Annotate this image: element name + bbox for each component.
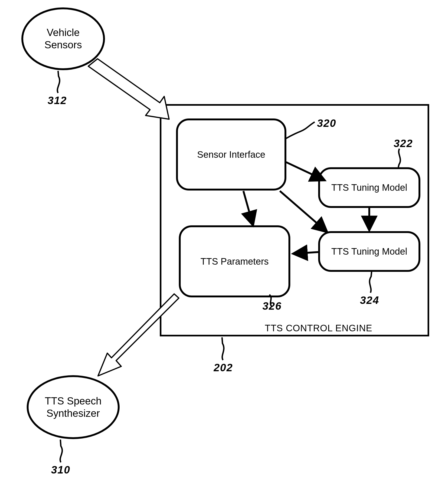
ref-320: 320	[317, 117, 336, 129]
leader-312	[57, 71, 60, 93]
arrow-vehicle-to-engine	[88, 59, 169, 119]
ref-326: 326	[263, 300, 282, 312]
node-tts-synth: TTS SpeechSynthesizer	[27, 375, 120, 439]
ref-322: 322	[394, 137, 413, 150]
node-sensor-interface: Sensor Interface	[176, 119, 286, 191]
ref-310: 310	[51, 464, 70, 476]
diagram-canvas: VehicleSensors TTS CONTROL ENGINE Sensor…	[0, 0, 448, 483]
leader-310	[60, 440, 62, 462]
ref-202: 202	[214, 361, 233, 374]
node-tts-parameters: TTS Parameters	[179, 225, 290, 297]
ref-312: 312	[48, 94, 67, 107]
node-tuning-model-b: TTS Tuning Model	[318, 231, 420, 272]
node-tuning-model-a: TTS Tuning Model	[318, 167, 420, 208]
tts-control-engine-title: TTS CONTROL ENGINE	[265, 323, 372, 333]
leader-202	[222, 337, 224, 360]
node-sensor-interface-label: Sensor Interface	[197, 149, 265, 160]
node-tts-parameters-label: TTS Parameters	[200, 256, 268, 267]
node-tts-synth-label: TTS SpeechSynthesizer	[45, 395, 102, 419]
node-vehicle-sensors: VehicleSensors	[21, 8, 105, 70]
node-tuning-model-a-label: TTS Tuning Model	[331, 182, 407, 193]
node-vehicle-sensors-label: VehicleSensors	[44, 26, 82, 51]
node-tuning-model-b-label: TTS Tuning Model	[331, 246, 407, 257]
ref-324: 324	[360, 294, 379, 306]
